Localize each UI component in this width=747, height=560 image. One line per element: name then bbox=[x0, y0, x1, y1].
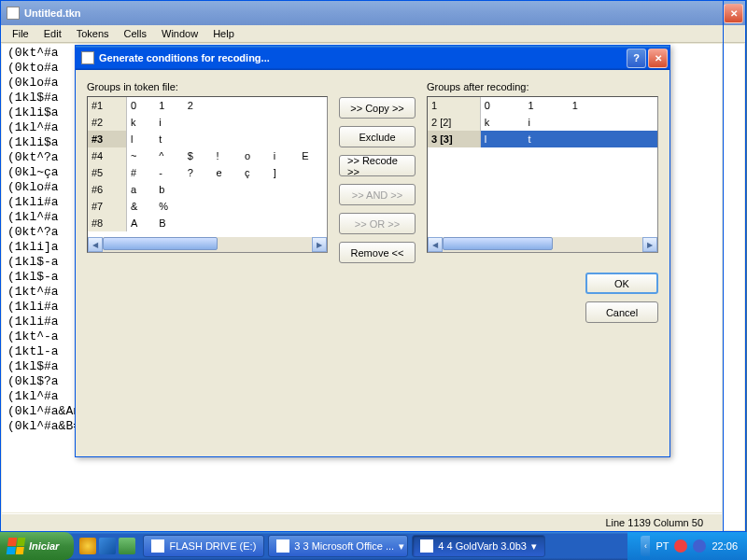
cell[interactable] bbox=[184, 114, 213, 131]
cell[interactable] bbox=[298, 131, 327, 147]
row-header[interactable]: 1 bbox=[428, 97, 480, 114]
cell[interactable]: i bbox=[525, 114, 569, 131]
exclude-button[interactable]: Exclude bbox=[339, 126, 416, 147]
cell[interactable]: 0 bbox=[480, 97, 524, 114]
cell[interactable]: l bbox=[127, 131, 156, 147]
cell[interactable] bbox=[241, 198, 270, 215]
chrome-icon[interactable] bbox=[79, 538, 96, 554]
cell[interactable]: k bbox=[480, 114, 524, 131]
cell[interactable] bbox=[569, 131, 613, 147]
scroll-left-icon[interactable]: ◀ bbox=[428, 237, 443, 252]
table-row[interactable]: #4~^$!oiE bbox=[88, 147, 327, 164]
cell[interactable] bbox=[613, 114, 656, 131]
cell[interactable] bbox=[212, 215, 241, 231]
cell[interactable] bbox=[613, 97, 656, 114]
table-row[interactable]: #2ki bbox=[88, 114, 327, 131]
cell[interactable]: # bbox=[127, 164, 156, 181]
cell[interactable] bbox=[298, 114, 327, 131]
dialog-titlebar[interactable]: Generate conditions for recoding... bbox=[76, 46, 669, 70]
cell[interactable]: o bbox=[241, 147, 270, 164]
cell[interactable]: ç bbox=[241, 164, 270, 181]
cell[interactable]: a bbox=[127, 181, 156, 198]
close-button[interactable] bbox=[724, 4, 743, 23]
cell[interactable]: - bbox=[155, 164, 184, 181]
cell[interactable] bbox=[184, 198, 213, 215]
row-header[interactable]: #2 bbox=[88, 114, 127, 131]
scroll-left-icon[interactable]: ◀ bbox=[88, 237, 103, 252]
menu-tokens[interactable]: Tokens bbox=[69, 26, 117, 41]
cell[interactable] bbox=[241, 97, 270, 114]
cell[interactable]: ~ bbox=[127, 147, 156, 164]
row-header[interactable]: 2 [2] bbox=[428, 114, 480, 131]
menu-window[interactable]: Window bbox=[154, 26, 205, 41]
scroll-right-icon[interactable]: ▶ bbox=[312, 237, 327, 252]
table-row[interactable]: #6ab bbox=[88, 181, 327, 198]
cell[interactable]: t bbox=[155, 131, 184, 147]
cell[interactable] bbox=[270, 131, 299, 147]
tray-icon[interactable] bbox=[674, 539, 687, 553]
groups-before-list[interactable]: #1012#2ki#3lt#4~^$!oiE#5#-?eç]#6ab#7&%#8… bbox=[87, 96, 328, 253]
groups-after-list[interactable]: 10112 [2]ki3 [3]lt ◀ ▶ bbox=[427, 96, 658, 253]
ok-button[interactable]: OK bbox=[585, 273, 658, 294]
menu-edit[interactable]: Edit bbox=[36, 26, 69, 41]
cell[interactable] bbox=[298, 97, 327, 114]
cell[interactable]: 1 bbox=[525, 97, 569, 114]
cell[interactable]: i bbox=[270, 147, 299, 164]
cell[interactable] bbox=[212, 131, 241, 147]
language-indicator[interactable]: PT bbox=[655, 540, 669, 552]
help-button[interactable] bbox=[627, 49, 646, 68]
cell[interactable]: ^ bbox=[155, 147, 184, 164]
cancel-button[interactable]: Cancel bbox=[585, 301, 658, 323]
cell[interactable] bbox=[270, 181, 299, 198]
start-button[interactable]: Iniciar bbox=[0, 532, 74, 560]
cell[interactable]: 1 bbox=[155, 97, 184, 114]
cell[interactable] bbox=[298, 181, 327, 198]
menu-cells[interactable]: Cells bbox=[117, 26, 154, 41]
hscrollbar[interactable]: ◀ ▶ bbox=[428, 237, 657, 252]
table-row[interactable]: #3lt bbox=[88, 131, 327, 147]
cell[interactable]: i bbox=[155, 114, 184, 131]
cell[interactable]: k bbox=[127, 114, 156, 131]
tkn-titlebar[interactable]: Untitled.tkn bbox=[1, 1, 723, 25]
cell[interactable]: $ bbox=[184, 147, 213, 164]
cell[interactable] bbox=[298, 215, 327, 231]
row-header[interactable]: #5 bbox=[88, 164, 127, 181]
menu-file[interactable]: File bbox=[5, 26, 36, 41]
remove-button[interactable]: Remove << bbox=[339, 242, 416, 263]
cell[interactable]: % bbox=[155, 198, 184, 215]
row-header[interactable]: #3 bbox=[88, 131, 127, 147]
tray-expand-icon[interactable]: ‹ bbox=[641, 536, 650, 556]
table-row[interactable]: #7&% bbox=[88, 198, 327, 215]
cell[interactable] bbox=[270, 97, 299, 114]
cell[interactable] bbox=[212, 97, 241, 114]
cell[interactable]: B bbox=[155, 215, 184, 231]
table-row[interactable]: #1012 bbox=[88, 97, 327, 114]
table-row[interactable]: #5#-?eç] bbox=[88, 164, 327, 181]
cell[interactable]: E bbox=[298, 147, 327, 164]
cell[interactable] bbox=[212, 181, 241, 198]
cell[interactable] bbox=[241, 215, 270, 231]
row-header[interactable]: #6 bbox=[88, 181, 127, 198]
cell[interactable]: 1 bbox=[569, 97, 613, 114]
cell[interactable] bbox=[298, 164, 327, 181]
cell[interactable] bbox=[613, 131, 656, 147]
taskbar-task[interactable]: FLASH DRIVE (E:) bbox=[143, 535, 264, 557]
app-icon[interactable] bbox=[119, 538, 135, 554]
cell[interactable]: l bbox=[480, 131, 524, 147]
cell[interactable] bbox=[270, 215, 299, 231]
cell[interactable]: A bbox=[127, 215, 156, 231]
cell[interactable]: ? bbox=[184, 164, 213, 181]
cell[interactable]: & bbox=[127, 198, 156, 215]
cell[interactable]: ] bbox=[270, 164, 299, 181]
table-row[interactable]: 2 [2]ki bbox=[428, 114, 657, 131]
scroll-right-icon[interactable]: ▶ bbox=[642, 237, 657, 252]
copy-button[interactable]: >> Copy >> bbox=[339, 97, 416, 119]
cell[interactable]: b bbox=[155, 181, 184, 198]
row-header[interactable]: #4 bbox=[88, 147, 127, 164]
close-button[interactable] bbox=[648, 49, 668, 68]
cell[interactable] bbox=[241, 131, 270, 147]
cell[interactable] bbox=[184, 131, 213, 147]
cell[interactable] bbox=[212, 114, 241, 131]
table-row[interactable]: 3 [3]lt bbox=[428, 131, 657, 147]
cell[interactable]: ! bbox=[212, 147, 241, 164]
